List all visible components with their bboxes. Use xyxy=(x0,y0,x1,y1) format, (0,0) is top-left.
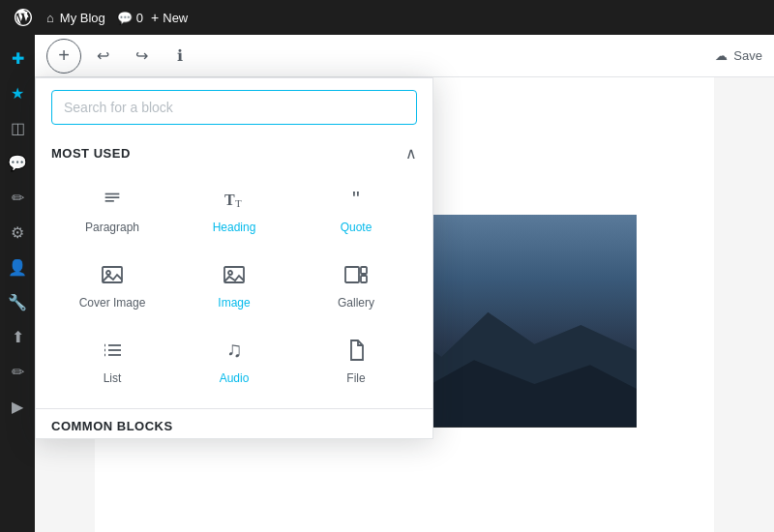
image-label: Image xyxy=(218,296,250,310)
sidebar-icon-tools[interactable]: 🔧 xyxy=(2,286,33,317)
block-grid: Paragraph T T Heading " Quote xyxy=(36,170,432,408)
cover-image-label: Cover Image xyxy=(79,296,146,310)
block-inserter-panel: Most Used ∧ Paragraph T xyxy=(35,77,433,439)
new-label: New xyxy=(163,11,188,25)
add-block-button[interactable]: + xyxy=(46,39,81,74)
save-icon: ☁ xyxy=(715,48,728,63)
audio-label: Audio xyxy=(220,371,250,385)
comments-link[interactable]: 💬 0 xyxy=(117,11,143,25)
sidebar-icon-user[interactable]: 👤 xyxy=(2,251,33,282)
svg-rect-5 xyxy=(103,267,122,282)
block-item-gallery[interactable]: Gallery xyxy=(295,246,417,321)
list-icon xyxy=(102,337,123,364)
block-item-list[interactable]: List xyxy=(51,321,173,397)
block-item-audio[interactable]: ♫ Audio xyxy=(173,321,295,397)
file-icon xyxy=(346,337,366,364)
site-name: My Blog xyxy=(60,11,105,25)
gallery-icon xyxy=(344,261,368,288)
svg-rect-10 xyxy=(361,267,367,274)
list-label: List xyxy=(104,371,122,385)
save-button[interactable]: ☁ Save xyxy=(715,48,762,63)
block-item-image[interactable]: Image xyxy=(173,246,295,321)
audio-icon: ♫ xyxy=(226,337,243,364)
undo-button[interactable]: ↩ xyxy=(85,39,120,74)
sidebar-icon-play[interactable]: ▶ xyxy=(2,391,33,422)
common-blocks-label: Common Blocks xyxy=(51,419,173,433)
site-link[interactable]: ⌂ My Blog xyxy=(46,11,105,25)
most-used-label: Most Used xyxy=(51,146,131,161)
heading-icon: T T xyxy=(223,186,246,213)
block-item-heading[interactable]: T T Heading xyxy=(173,170,295,246)
left-sidebar: ✚ ★ ◫ 💬 ✏ ⚙ 👤 🔧 ⬆ ✏ ▶ xyxy=(0,35,35,532)
topbar: ⌂ My Blog 💬 0 + New xyxy=(0,0,774,35)
comments-count: 0 xyxy=(136,11,143,25)
quote-icon: " xyxy=(352,186,360,213)
paragraph-icon xyxy=(102,186,123,213)
quote-label: Quote xyxy=(341,221,372,234)
house-icon: ⌂ xyxy=(46,11,54,25)
sidebar-icon-edit[interactable]: ✏ xyxy=(2,356,33,387)
svg-point-8 xyxy=(228,271,232,275)
block-item-quote[interactable]: " Quote xyxy=(295,170,417,246)
sidebar-icon-comments[interactable]: 💬 xyxy=(2,147,33,178)
paragraph-label: Paragraph xyxy=(85,221,139,234)
image-icon xyxy=(223,261,246,288)
svg-text:T: T xyxy=(235,197,242,209)
sidebar-icon-plugins[interactable]: ⬆ xyxy=(2,321,33,352)
sidebar-icon-pen[interactable]: ✏ xyxy=(2,182,33,213)
redo-button[interactable]: ↪ xyxy=(124,39,159,74)
editor-toolbar: + ↩ ↪ ℹ ☁ Save xyxy=(35,35,774,77)
block-item-cover-image[interactable]: Cover Image xyxy=(51,246,173,321)
svg-rect-11 xyxy=(361,276,367,282)
sidebar-icon-inserter[interactable]: ✚ xyxy=(2,43,33,74)
common-blocks-header: Common Blocks xyxy=(36,408,432,438)
heading-label: Heading xyxy=(213,221,256,234)
plus-icon: + xyxy=(151,10,159,25)
search-wrap xyxy=(36,78,432,136)
file-label: File xyxy=(346,371,365,385)
block-item-file[interactable]: File xyxy=(295,321,417,397)
save-label: Save xyxy=(733,48,762,63)
section-collapse-button[interactable]: ∧ xyxy=(405,144,417,163)
svg-text:T: T xyxy=(224,192,235,208)
main-layout: ✚ ★ ◫ 💬 ✏ ⚙ 👤 🔧 ⬆ ✏ ▶ + ↩ ↪ ℹ ☁ Save Mos… xyxy=(0,35,774,532)
comment-icon: 💬 xyxy=(117,11,133,25)
gallery-label: Gallery xyxy=(338,296,374,310)
info-button[interactable]: ℹ xyxy=(163,39,197,74)
block-search-input[interactable] xyxy=(51,90,417,125)
sidebar-icon-settings[interactable]: ⚙ xyxy=(2,217,33,248)
new-button[interactable]: + New xyxy=(151,10,188,25)
wp-logo[interactable] xyxy=(8,2,39,33)
sidebar-icon-outline[interactable]: ◫ xyxy=(2,112,33,143)
svg-rect-9 xyxy=(345,267,359,282)
block-item-paragraph[interactable]: Paragraph xyxy=(51,170,173,246)
cover-image-icon xyxy=(101,261,124,288)
sidebar-icon-blocks[interactable]: ★ xyxy=(2,77,33,108)
svg-point-6 xyxy=(106,271,110,275)
most-used-header: Most Used ∧ xyxy=(36,136,432,170)
